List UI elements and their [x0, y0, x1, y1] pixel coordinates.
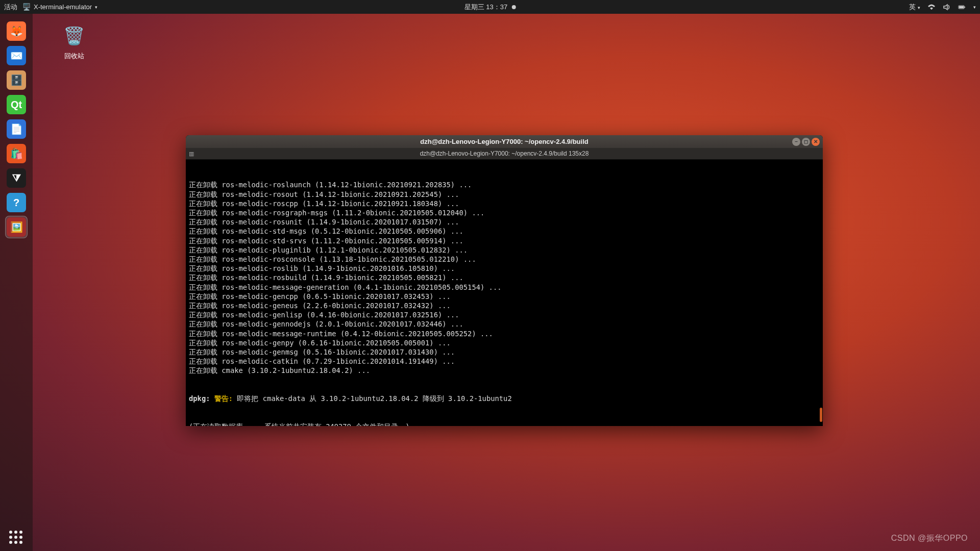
- dpkg-warning: 警告:: [214, 394, 233, 403]
- terminal-app-icon: 🖥️: [22, 3, 31, 11]
- svg-rect-2: [959, 6, 964, 8]
- help-icon[interactable]: ?: [5, 191, 28, 214]
- terminal-line: 正在卸载 ros-melodic-rosgraph-msgs (1.11.2-0…: [189, 208, 820, 217]
- terminal-line: 正在卸载 ros-melodic-gencpp (0.6.5-1bionic.2…: [189, 292, 820, 301]
- svg-rect-1: [964, 7, 965, 8]
- trash-icon: 🗑️: [61, 23, 87, 48]
- writer-icon[interactable]: 📄: [5, 118, 28, 140]
- terminal-tab[interactable]: dzh@dzh-Lenovo-Legion-Y7000: ~/opencv-2.…: [420, 150, 589, 157]
- volume-icon[interactable]: [943, 3, 951, 11]
- terminal-line: 正在卸载 ros-melodic-rosout (1.14.12-1bionic…: [189, 190, 820, 199]
- watermark: CSDN @振华OPPO: [891, 533, 968, 544]
- dpkg-label: dpkg:: [189, 394, 210, 403]
- terminal-line: 正在卸载 ros-melodic-geneus (2.2.6-0bionic.2…: [189, 301, 820, 310]
- terminal-line: 正在卸载 ros-melodic-roscpp (1.14.12-1bionic…: [189, 199, 820, 208]
- terminal-line: 正在卸载 ros-melodic-gennodejs (2.0.1-0bioni…: [189, 319, 820, 329]
- terminal-line: 正在卸载 ros-melodic-pluginlib (1.12.1-0bion…: [189, 245, 820, 255]
- thunderbird-icon[interactable]: ✉️: [5, 44, 28, 67]
- dpkg-rest: 即将把 cmake-data 从 3.10.2-1ubuntu2.18.04.2…: [233, 394, 512, 403]
- terminal-line: 正在卸载 ros-melodic-std-msgs (0.5.12-0bioni…: [189, 227, 820, 236]
- ime-label: 英: [909, 3, 916, 11]
- clock[interactable]: 星期三 13：37: [464, 3, 516, 12]
- trash-desktop-icon[interactable]: 🗑️ 回收站: [51, 23, 97, 61]
- trash-label: 回收站: [51, 52, 97, 61]
- terminal-tabbar: ▥ dzh@dzh-Lenovo-Legion-Y7000: ~/opencv-…: [186, 148, 823, 160]
- terminal-body[interactable]: 正在卸载 ros-melodic-roslaunch (1.14.12-1bio…: [186, 160, 823, 426]
- split-icon[interactable]: ▥: [189, 151, 194, 157]
- qt-icon[interactable]: Qt: [5, 93, 28, 116]
- show-applications-button[interactable]: [9, 531, 23, 545]
- terminal-line: 正在卸载 ros-melodic-message-runtime (0.4.12…: [189, 329, 820, 338]
- battery-icon[interactable]: [958, 3, 966, 11]
- terminal-line: 正在卸载 ros-melodic-roslaunch (1.14.12-1bio…: [189, 180, 820, 189]
- terminal-line: 正在卸载 ros-melodic-rosbuild (1.14.9-1bioni…: [189, 273, 820, 282]
- software-icon[interactable]: 🛍️: [5, 142, 28, 165]
- activities-button[interactable]: 活动: [4, 3, 17, 12]
- firefox-icon[interactable]: 🦊: [5, 20, 28, 42]
- terminal-line: 正在卸载 ros-melodic-genmsg (0.5.16-1bionic.…: [189, 347, 820, 357]
- terminal-line: 正在卸载 ros-melodic-genlisp (0.4.16-0bionic…: [189, 310, 820, 319]
- notification-dot-icon: [511, 5, 516, 9]
- terminal-line: 正在卸载 ros-melodic-message-generation (0.4…: [189, 283, 820, 292]
- clock-label: 星期三 13：37: [464, 3, 508, 12]
- top-bar: 活动 🖥️ X-terminal-emulator ▾ 星期三 13：37 英 …: [0, 0, 980, 14]
- close-button[interactable]: ✕: [812, 138, 820, 146]
- app-title-label: X-terminal-emulator: [34, 3, 92, 11]
- maximize-button[interactable]: ◻: [802, 138, 810, 146]
- minimize-button[interactable]: –: [792, 138, 800, 146]
- vscode-icon[interactable]: ⧩: [5, 167, 28, 189]
- terminal-line: 正在卸载 ros-melodic-rosconsole (1.13.18-1bi…: [189, 255, 820, 264]
- screenshot-icon[interactable]: 🖼️: [5, 216, 28, 238]
- terminal-line: 正在卸载 ros-melodic-roslib (1.14.9-1bionic.…: [189, 264, 820, 273]
- system-menu-chevron-icon[interactable]: ▾: [973, 5, 976, 10]
- terminal-titlebar[interactable]: dzh@dzh-Lenovo-Legion-Y7000: ~/opencv-2.…: [186, 135, 823, 148]
- chevron-down-icon: ▾: [95, 5, 97, 10]
- wifi-icon[interactable]: [927, 3, 936, 11]
- terminal-window: dzh@dzh-Lenovo-Legion-Y7000: ~/opencv-2.…: [186, 135, 823, 426]
- terminal-title: dzh@dzh-Lenovo-Legion-Y7000: ~/opencv-2.…: [420, 138, 588, 145]
- terminal-line: 正在卸载 ros-melodic-std-srvs (1.11.2-0bioni…: [189, 236, 820, 245]
- ime-indicator[interactable]: 英 ▾: [909, 3, 920, 12]
- files-icon[interactable]: 🗄️: [5, 69, 28, 91]
- terminal-line: 正在卸载 ros-melodic-catkin (0.7.29-1bionic.…: [189, 357, 820, 366]
- chevron-down-icon: ▾: [918, 5, 920, 10]
- terminal-line: 正在卸载 ros-melodic-genpy (0.6.16-1bionic.2…: [189, 338, 820, 347]
- scrollbar-thumb[interactable]: [820, 408, 822, 422]
- terminal-line: (正在读取数据库 ... 系统当前共安装有 249379 个文件和目录。): [189, 422, 820, 426]
- terminal-line: 正在卸载 cmake (3.10.2-1ubuntu2.18.04.2) ...: [189, 366, 820, 375]
- app-menu[interactable]: 🖥️ X-terminal-emulator ▾: [22, 3, 97, 11]
- dock: 🦊✉️🗄️Qt📄🛍️⧩?🖼️: [0, 14, 33, 551]
- terminal-line: 正在卸载 ros-melodic-rosunit (1.14.9-1bionic…: [189, 217, 820, 227]
